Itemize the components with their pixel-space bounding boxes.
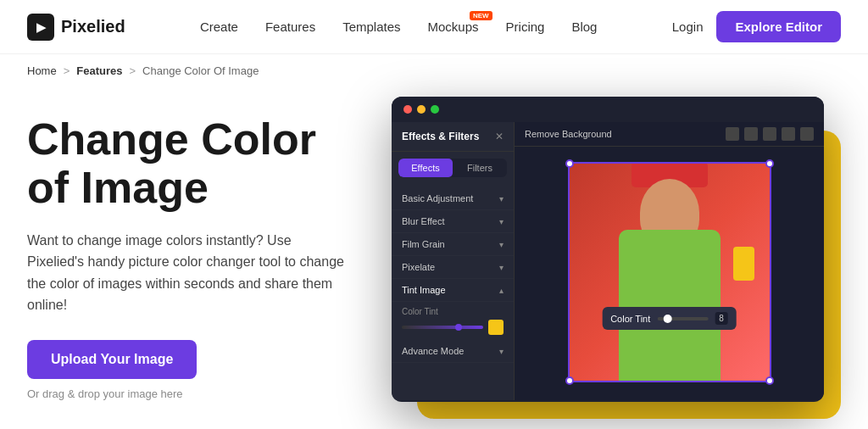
- tint-label: Color Tint: [402, 307, 504, 316]
- breadcrumb: Home > Features > Change Color Of Image: [0, 54, 868, 87]
- list-item[interactable]: Basic Adjustment ▾: [392, 187, 514, 210]
- tab-effects[interactable]: Effects: [398, 159, 453, 177]
- nav-pricing[interactable]: Pricing: [506, 20, 545, 34]
- toolbar-icon-3[interactable]: [763, 127, 776, 141]
- tab-filters[interactable]: Filters: [453, 159, 507, 177]
- list-item-tint[interactable]: Tint Image ▴: [392, 279, 514, 302]
- canvas-toolbar: Remove Background: [515, 122, 824, 147]
- toolbar-title: Remove Background: [525, 129, 612, 139]
- tooltip-thumb: [663, 315, 671, 323]
- tooltip-slider[interactable]: [657, 317, 708, 320]
- list-item[interactable]: Pixelate ▾: [392, 256, 514, 279]
- tab-bar: Effects Filters: [398, 159, 507, 177]
- person-body: [619, 230, 721, 382]
- main-nav: Create Features Templates Mockups NEW Pr…: [200, 20, 598, 34]
- window-maximize-dot: [431, 105, 439, 114]
- toolbar-icon-1[interactable]: [726, 127, 739, 141]
- canvas-area: Remove Background: [515, 122, 824, 400]
- tooltip-label: Color Tint: [610, 314, 650, 324]
- chevron-up-icon: ▴: [499, 286, 504, 295]
- window-close-dot: [403, 105, 412, 114]
- canvas-content: Color Tint 8: [515, 147, 824, 398]
- logo-text: Pixelied: [61, 17, 125, 36]
- effects-list: Basic Adjustment ▾ Blur Effect ▾ Film Gr…: [392, 184, 514, 366]
- window-body: Effects & Filters ✕ Effects Filters Basi…: [392, 122, 824, 400]
- chevron-down-icon: ▾: [499, 194, 504, 203]
- list-item[interactable]: Film Grain ▾: [392, 233, 514, 256]
- breadcrumb-sep-1: >: [64, 64, 70, 77]
- logo[interactable]: ▶ Pixelied: [27, 14, 125, 41]
- nav-actions: Login Explore Editor: [672, 11, 841, 42]
- header: ▶ Pixelied Create Features Templates Moc…: [0, 0, 868, 54]
- toolbar-icon-5[interactable]: [800, 127, 814, 141]
- explore-editor-button[interactable]: Explore Editor: [716, 11, 841, 42]
- breadcrumb-home[interactable]: Home: [27, 64, 57, 77]
- nav-blog[interactable]: Blog: [571, 20, 597, 34]
- tint-slider[interactable]: [402, 326, 483, 329]
- tooltip-value: 8: [715, 312, 728, 325]
- app-window: Effects & Filters ✕ Effects Filters Basi…: [392, 97, 824, 402]
- list-item[interactable]: Advance Mode ▾: [392, 340, 514, 363]
- nav-templates[interactable]: Templates: [342, 20, 400, 34]
- panel-close-icon[interactable]: ✕: [495, 131, 504, 142]
- canvas-image: [568, 162, 771, 382]
- toolbar-icon-2[interactable]: [744, 127, 758, 141]
- chevron-down-icon: ▾: [499, 240, 504, 249]
- hero-description: Want to change image colors instantly? U…: [27, 230, 349, 316]
- nav-features[interactable]: Features: [265, 20, 315, 34]
- list-item[interactable]: Blur Effect ▾: [392, 210, 514, 233]
- drag-drop-text: Or drag & drop your image here: [27, 387, 349, 400]
- toolbar-icon-4[interactable]: [782, 127, 795, 141]
- new-badge: NEW: [470, 11, 492, 20]
- login-button[interactable]: Login: [672, 20, 704, 34]
- panel-title: Effects & Filters: [402, 131, 479, 142]
- color-tint-tooltip: Color Tint 8: [602, 307, 737, 330]
- tint-color-swatch[interactable]: [488, 320, 504, 335]
- nav-create[interactable]: Create: [200, 20, 238, 34]
- chevron-down-icon: ▾: [499, 217, 504, 226]
- main-content: Change Color of Image Want to change ima…: [0, 87, 868, 428]
- hero-section: Change Color of Image Want to change ima…: [27, 115, 383, 400]
- toolbar-icons: [726, 127, 814, 141]
- chevron-down-icon: ▾: [499, 347, 504, 356]
- breadcrumb-sep-2: >: [129, 64, 136, 77]
- tint-thumb: [455, 324, 462, 331]
- tint-row: [402, 320, 504, 335]
- app-screenshot: Effects & Filters ✕ Effects Filters Basi…: [383, 97, 841, 419]
- panel-header: Effects & Filters ✕: [392, 122, 514, 152]
- tint-controls: Color Tint: [392, 302, 514, 340]
- breadcrumb-current: Change Color Of Image: [142, 64, 259, 77]
- app-container: Effects & Filters ✕ Effects Filters Basi…: [392, 97, 832, 419]
- nav-mockups[interactable]: Mockups NEW: [428, 20, 479, 34]
- effects-panel: Effects & Filters ✕ Effects Filters Basi…: [392, 122, 515, 400]
- breadcrumb-features[interactable]: Features: [76, 64, 122, 77]
- image-selection[interactable]: [568, 162, 771, 382]
- chevron-down-icon: ▾: [499, 263, 504, 272]
- upload-button[interactable]: Upload Your Image: [27, 340, 197, 379]
- window-minimize-dot: [417, 105, 426, 114]
- logo-icon: ▶: [27, 14, 54, 41]
- page-title: Change Color of Image: [27, 115, 349, 212]
- window-chrome: [392, 97, 824, 122]
- person-phone: [733, 247, 754, 281]
